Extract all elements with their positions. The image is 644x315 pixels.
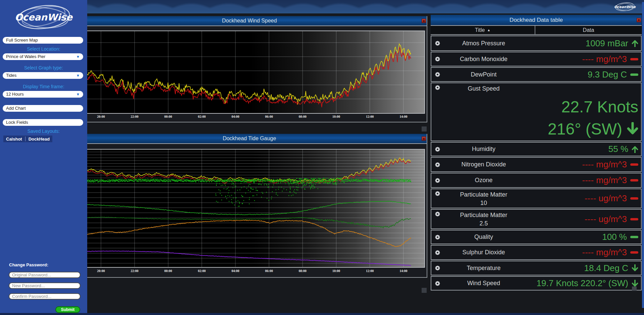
- table-row: Sulphur Dioxide---- mg/m^3: [431, 245, 642, 260]
- svg-text:02:00: 02:00: [198, 115, 206, 118]
- resize-grip-wind[interactable]: [422, 126, 427, 132]
- sidebar: OceanWise Full Screen Map Select Locatio…: [0, 0, 87, 313]
- window-wind-speed: 20:0022:0000:0002:0004:0006:0008:0010:00…: [71, 16, 427, 122]
- row-value: ---- ug/m^3: [585, 189, 638, 208]
- row-value: 9.3 Deg C: [588, 68, 638, 81]
- row-title: Particulate Matter10: [431, 189, 536, 208]
- bottom-strip: [0, 313, 644, 315]
- resize-grip-tide[interactable]: [422, 288, 427, 293]
- table-row: Atmos Pressure1009 mBar: [431, 36, 642, 51]
- table-row: Gust Speed22.7 Knots216° (SW): [431, 83, 642, 141]
- window-title: Dockhead Tide Gauge: [223, 136, 276, 142]
- trend-up-icon: [632, 146, 638, 153]
- column-header-title[interactable]: Title ▲: [431, 26, 535, 34]
- original-password-input[interactable]: [9, 272, 80, 278]
- row-value: 19.7 Knots 220.2° (SW): [537, 277, 638, 290]
- svg-text:22:00: 22:00: [131, 115, 139, 118]
- row-value-direction: 216° (SW): [548, 120, 638, 138]
- svg-text:08:00: 08:00: [299, 269, 307, 273]
- table-row: Particulate Matter2.5---- ug/m^3: [431, 209, 642, 229]
- resize-grip[interactable]: [632, 286, 637, 291]
- tide-gauge-chart[interactable]: 20:0022:0000:0002:0004:0006:0008:0010:00…: [72, 134, 427, 277]
- row-value: ---- ug/m^3: [585, 210, 638, 228]
- svg-text:02:00: 02:00: [198, 269, 206, 273]
- timeframe-select[interactable]: 12 Hours ▼: [3, 91, 83, 98]
- row-title: Sulphur Dioxide: [431, 246, 536, 259]
- column-header-data[interactable]: Data: [535, 26, 642, 34]
- saved-layout-dockhead[interactable]: DockHead: [29, 137, 50, 142]
- row-title: Particulate Matter2.5: [431, 210, 536, 228]
- svg-text:14:00: 14:00: [399, 269, 407, 273]
- fullscreen-map-button[interactable]: Full Screen Map: [3, 37, 83, 44]
- svg-text:10:00: 10:00: [332, 115, 340, 118]
- divider: [25, 137, 25, 141]
- select-location-label: Select Location:: [0, 46, 87, 52]
- window-title-bar[interactable]: Dockhead Wind Speed x: [72, 16, 427, 26]
- row-value: ---- mg/m^3: [582, 52, 638, 66]
- table-row: Humidity55 %: [431, 142, 642, 156]
- window-title: Dockhead Data table: [509, 17, 563, 23]
- table-row: Carbon Monoxide---- mg/m^3: [431, 52, 642, 66]
- row-title: Nitrogen Dioxide: [431, 158, 536, 171]
- wind-speed-chart[interactable]: 20:0022:0000:0002:0004:0006:0008:0010:00…: [72, 16, 427, 122]
- svg-text:00:00: 00:00: [164, 269, 172, 273]
- row-title: Humidity: [431, 143, 536, 156]
- lock-fields-button[interactable]: Lock Fields: [3, 119, 83, 126]
- row-value-speed: 22.7 Knots: [561, 98, 639, 115]
- row-title: Atmos Pressure: [431, 36, 536, 50]
- graph-type-select[interactable]: Tides ▼: [3, 72, 83, 79]
- table-row: Particulate Matter10---- ug/m^3: [431, 189, 642, 208]
- submit-button[interactable]: Submit: [55, 306, 80, 313]
- table-header: Title ▲ Data: [431, 26, 642, 35]
- saved-layout-calshot[interactable]: Calshot: [6, 137, 22, 142]
- trend-steady-icon: [630, 58, 638, 60]
- svg-text:OceanWise: OceanWise: [15, 12, 73, 23]
- row-title: Carbon Monoxide: [431, 52, 536, 66]
- svg-text:12:00: 12:00: [366, 269, 374, 273]
- trend-steady-icon: [630, 218, 638, 220]
- window-tide-gauge: 20:0022:0000:0002:0004:0006:0008:0010:00…: [71, 134, 427, 278]
- trend-steady-icon: [630, 236, 638, 238]
- close-button[interactable]: x: [637, 18, 641, 22]
- svg-text:06:00: 06:00: [265, 269, 273, 273]
- row-value: ---- mg/m^3: [582, 173, 638, 187]
- saved-layouts-label: Saved Layouts:: [0, 128, 87, 134]
- row-value: ---- mg/m^3: [582, 246, 638, 259]
- oceanwise-logo-small: OceanWise: [614, 1, 636, 12]
- svg-text:20:00: 20:00: [97, 269, 105, 273]
- row-value: 100 %: [602, 230, 638, 244]
- sort-ascending-icon: ▲: [487, 28, 490, 32]
- svg-text:22:00: 22:00: [131, 269, 139, 273]
- svg-text:06:00: 06:00: [265, 115, 273, 118]
- row-title: DewPoint: [431, 68, 536, 81]
- change-password-label: Change Password:: [9, 262, 48, 267]
- trend-down-icon: [632, 280, 638, 287]
- add-chart-button[interactable]: Add Chart: [3, 105, 83, 112]
- confirm-password-input[interactable]: [9, 293, 80, 300]
- graph-type-label: Select Graph type:: [0, 65, 87, 70]
- table-row: Nitrogen Dioxide---- mg/m^3: [431, 157, 642, 172]
- svg-text:04:00: 04:00: [231, 269, 239, 273]
- close-button[interactable]: x: [422, 19, 426, 23]
- row-title: Ozone: [431, 173, 536, 187]
- row-title: Wind Speed: [431, 277, 536, 290]
- chevron-down-icon: ▼: [76, 72, 80, 79]
- window-title-bar[interactable]: Dockhead Tide Gauge x: [72, 134, 427, 144]
- row-value: 1009 mBar: [586, 36, 638, 50]
- row-value: 55 %: [608, 143, 638, 156]
- row-title: Gust Speed: [431, 83, 536, 141]
- trend-down-icon: [632, 264, 638, 272]
- row-title: Quality: [431, 230, 536, 244]
- svg-text:00:00: 00:00: [164, 115, 172, 118]
- location-select[interactable]: Prince of Wales Pier ▼: [3, 53, 83, 60]
- close-button[interactable]: x: [422, 137, 426, 141]
- window-title-bar[interactable]: Dockhead Data table x: [431, 15, 642, 26]
- right-scrollbar[interactable]: [642, 2, 644, 308]
- oceanwise-logo: OceanWise: [13, 3, 74, 31]
- saved-layouts: Calshot DockHead: [3, 136, 52, 142]
- trend-steady-icon: [630, 179, 638, 181]
- app-root: OceanWise 20:0022:0000:0002:0004:0006:00…: [0, 0, 644, 315]
- new-password-input[interactable]: [9, 282, 80, 289]
- table-row: Quality100 %: [431, 230, 642, 244]
- row-title: Temperature: [431, 261, 536, 275]
